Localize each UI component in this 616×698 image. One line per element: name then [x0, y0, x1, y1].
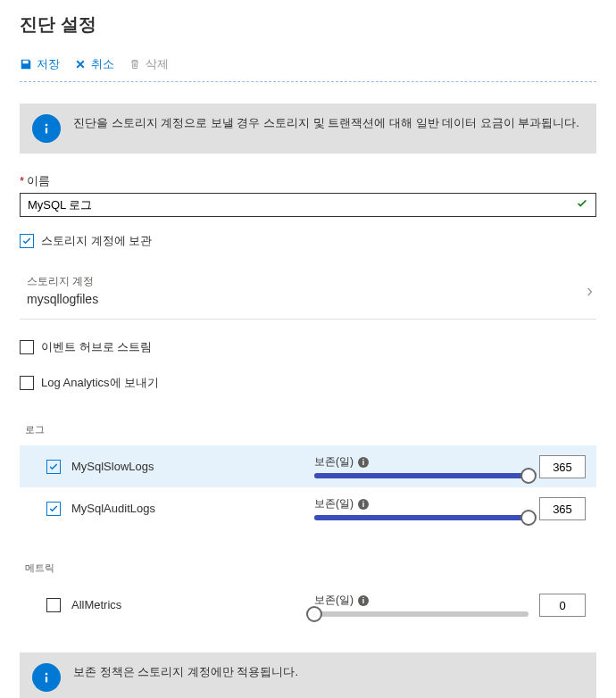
name-label: *이름 — [20, 173, 596, 189]
archive-storage-checkbox[interactable] — [20, 234, 34, 248]
retention-label: 보존(일) — [314, 496, 354, 511]
info-text: 보존 정책은 스토리지 계정에만 적용됩니다. — [73, 663, 298, 681]
discard-label: 취소 — [91, 56, 114, 72]
log-name: MySqlSlowLogs — [71, 460, 154, 473]
valid-check-icon — [576, 197, 588, 212]
required-indicator: * — [20, 174, 24, 187]
log-row: MySqlSlowLogs보존(일)i — [20, 445, 596, 487]
retention-label: 보존(일) — [314, 454, 354, 469]
toolbar: 저장 취소 삭제 — [20, 56, 596, 82]
save-button[interactable]: 저장 — [20, 56, 60, 72]
info-icon — [32, 114, 61, 143]
info-icon — [32, 663, 61, 692]
storage-account-label: 스토리지 계정 — [27, 274, 587, 289]
eventhub-label: 이벤트 허브로 스트림 — [41, 339, 152, 355]
storage-account-value: mysqllogfiles — [27, 292, 587, 306]
metric-name: AllMetrics — [71, 598, 121, 611]
retention-slider[interactable] — [314, 611, 529, 617]
log-name: MySqlAuditLogs — [71, 502, 155, 515]
log-checkbox[interactable] — [46, 502, 61, 516]
retention-slider[interactable] — [314, 515, 529, 520]
loganalytics-checkbox-row: Log Analytics에 보내기 — [20, 375, 596, 391]
archive-storage-label: 스토리지 계정에 보관 — [41, 233, 152, 249]
svg-rect-1 — [46, 128, 47, 134]
trash-icon — [129, 58, 141, 71]
save-icon — [20, 58, 32, 71]
log-row: MySqlAuditLogs보존(일)i — [20, 487, 596, 529]
retention-slider[interactable] — [314, 473, 529, 478]
loganalytics-label: Log Analytics에 보내기 — [41, 375, 159, 391]
eventhub-checkbox[interactable] — [20, 340, 34, 354]
svg-point-2 — [46, 673, 48, 676]
slider-thumb[interactable] — [306, 606, 322, 622]
retention-input[interactable] — [539, 497, 586, 520]
info-icon[interactable]: i — [358, 595, 369, 606]
delete-button[interactable]: 삭제 — [129, 56, 169, 72]
page-title: 진단 설정 — [20, 12, 596, 37]
metrics-list: AllMetrics보존(일)i — [20, 584, 596, 626]
save-label: 저장 — [37, 56, 60, 72]
discard-button[interactable]: 취소 — [74, 56, 114, 72]
info-icon[interactable]: i — [358, 499, 369, 510]
name-input[interactable] — [28, 198, 576, 212]
metrics-section-label: 메트릭 — [20, 561, 596, 575]
storage-account-row[interactable]: 스토리지 계정 mysqllogfiles › — [20, 265, 596, 320]
log-checkbox[interactable] — [46, 460, 61, 474]
chevron-right-icon: › — [587, 280, 596, 301]
retention-input[interactable] — [539, 594, 586, 617]
logs-list: MySqlSlowLogs보존(일)iMySqlAuditLogs보존(일)i — [20, 445, 596, 529]
svg-point-0 — [46, 124, 48, 127]
name-input-wrapper — [20, 193, 596, 217]
loganalytics-checkbox[interactable] — [20, 376, 34, 390]
info-banner-retention: 보존 정책은 스토리지 계정에만 적용됩니다. — [20, 652, 596, 698]
eventhub-checkbox-row: 이벤트 허브로 스트림 — [20, 339, 596, 355]
archive-storage-checkbox-row: 스토리지 계정에 보관 — [20, 233, 596, 249]
metric-row: AllMetrics보존(일)i — [20, 584, 596, 626]
metric-checkbox[interactable] — [46, 598, 61, 612]
slider-thumb[interactable] — [520, 468, 537, 484]
retention-input[interactable] — [539, 455, 586, 478]
close-icon — [74, 58, 87, 71]
logs-section-label: 로그 — [20, 423, 596, 436]
info-banner-storage-charge: 진단을 스토리지 계정으로 보낼 경우 스토리지 및 트랜잭션에 대해 일반 데… — [20, 104, 596, 154]
svg-rect-3 — [46, 677, 47, 683]
retention-label: 보존(일) — [314, 593, 354, 608]
delete-label: 삭제 — [146, 56, 169, 72]
slider-thumb[interactable] — [520, 510, 537, 526]
info-text: 진단을 스토리지 계정으로 보낼 경우 스토리지 및 트랜잭션에 대해 일반 데… — [73, 114, 579, 132]
info-icon[interactable]: i — [358, 457, 369, 468]
